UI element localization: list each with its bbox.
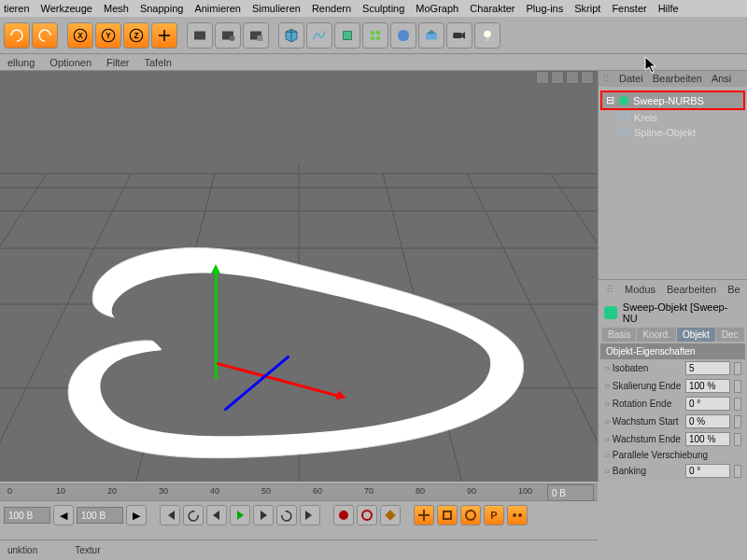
menu-item[interactable]: MoGraph <box>416 3 458 14</box>
panel-tab[interactable]: Bearbeiten <box>653 73 702 85</box>
prop-value-input[interactable]: 5 <box>685 361 730 375</box>
tl-tick: 20 <box>107 486 117 496</box>
expand-icon[interactable]: ⊟ <box>606 94 614 106</box>
next-frame-button[interactable] <box>253 505 274 525</box>
menu-item[interactable]: Hilfe <box>658 3 679 14</box>
spinner-icon[interactable] <box>734 398 741 411</box>
tab-objekt[interactable]: Objekt <box>677 328 715 342</box>
autokey-button[interactable] <box>357 505 377 525</box>
step-fwd-icon[interactable]: ▶ <box>126 505 147 525</box>
prop-label: Rotation Ende <box>604 399 682 409</box>
spline-icon <box>619 127 630 138</box>
attr-menu[interactable]: Modus <box>625 284 655 296</box>
viewport-nav-icon[interactable] <box>536 71 549 84</box>
object-label: Sweep-NURBS <box>633 95 704 106</box>
timeline-end-field[interactable]: 0 B <box>547 484 594 501</box>
tab-deck[interactable]: Dec <box>716 328 744 342</box>
attr-menu[interactable]: Be <box>727 284 740 296</box>
object-label: Kreis <box>634 112 657 123</box>
attr-menu[interactable]: Bearbeiten <box>667 284 716 296</box>
menu-item[interactable]: Rendern <box>312 3 351 14</box>
axis-toggle-button[interactable] <box>151 22 177 49</box>
prop-value-input[interactable]: 0 ° <box>685 464 730 478</box>
record-button[interactable] <box>333 505 354 525</box>
render-settings-button[interactable] <box>243 22 269 49</box>
camera-button[interactable] <box>446 22 472 49</box>
subbar-item[interactable]: Filter <box>106 57 129 68</box>
environment-button[interactable] <box>418 22 444 49</box>
panel-tab[interactable]: Ansi <box>712 73 731 85</box>
menu-item[interactable]: Sculpting <box>362 3 404 14</box>
redo-button[interactable] <box>32 22 58 49</box>
menu-item[interactable]: Plug-ins <box>527 3 564 14</box>
viewport-nav-icon[interactable] <box>581 71 594 84</box>
goto-start-button[interactable] <box>160 505 180 525</box>
prop-value-input[interactable]: 100 % <box>685 379 730 393</box>
timeline-ruler[interactable]: 0 10 20 30 40 50 60 70 80 90 100 0 B <box>0 484 598 501</box>
object-item-spline[interactable]: Spline-Objekt <box>600 125 745 140</box>
frame-current-field[interactable]: 100 B <box>77 507 123 524</box>
axis-y-button[interactable]: Y <box>95 22 121 49</box>
forward-button[interactable] <box>276 505 297 525</box>
prev-frame-button[interactable] <box>206 505 227 525</box>
object-item-kreis[interactable]: Kreis <box>600 110 745 125</box>
subbar-item[interactable]: Optionen <box>49 57 92 68</box>
axis-x-button[interactable]: X <box>67 22 93 49</box>
tl-tick: 100 <box>518 486 532 496</box>
cube-primitive-button[interactable] <box>278 22 304 49</box>
keyframe-options-button[interactable] <box>380 505 401 525</box>
light-button[interactable] <box>474 22 500 49</box>
menu-item[interactable]: Mesh <box>104 3 129 14</box>
tl-tick: 60 <box>313 486 322 496</box>
spinner-icon[interactable] <box>734 433 741 446</box>
param-key-button[interactable]: P <box>484 505 504 525</box>
prop-value-input[interactable]: 100 % <box>685 432 730 446</box>
menu-item[interactable]: Animieren <box>194 3 241 14</box>
spinner-icon[interactable] <box>734 465 741 478</box>
frame-start-field[interactable]: 100 B <box>4 507 50 524</box>
move-key-button[interactable] <box>414 505 434 525</box>
step-back-icon[interactable]: ◀ <box>53 505 74 525</box>
svg-point-37 <box>362 511 372 520</box>
axis-z-button[interactable]: Z <box>123 22 149 49</box>
perspective-viewport[interactable] <box>0 71 598 482</box>
undo-button[interactable] <box>4 22 30 49</box>
spinner-icon[interactable] <box>734 415 741 428</box>
pla-key-button[interactable] <box>507 505 528 525</box>
menu-item[interactable]: Charakter <box>470 3 514 14</box>
array-button[interactable] <box>362 22 388 49</box>
spline-button[interactable] <box>306 22 332 49</box>
svg-line-29 <box>121 174 215 482</box>
scale-key-button[interactable] <box>437 505 458 525</box>
svg-rect-39 <box>444 511 451 519</box>
viewport-nav-icon[interactable] <box>551 71 564 84</box>
spinner-icon[interactable] <box>734 362 741 375</box>
menu-item[interactable]: Werkzeuge <box>41 3 92 14</box>
subbar-item[interactable]: ellung <box>7 57 35 68</box>
menu-item[interactable]: Skript <box>574 3 600 14</box>
rewind-button[interactable] <box>183 505 204 525</box>
menu-item[interactable]: Fenster <box>612 3 646 14</box>
render-view-button[interactable] <box>187 22 213 49</box>
spinner-icon[interactable] <box>734 380 741 393</box>
tab-koord[interactable]: Koord. <box>637 328 675 342</box>
bottom-label[interactable]: unktion <box>7 545 37 555</box>
nurbs-button[interactable] <box>334 22 360 49</box>
rotate-key-button[interactable] <box>460 505 481 525</box>
subbar-item[interactable]: Tafeln <box>144 57 171 68</box>
panel-tab[interactable]: Datei <box>619 73 643 85</box>
viewport-nav-icon[interactable] <box>566 71 579 84</box>
prop-value-input[interactable]: 0 % <box>685 414 730 428</box>
object-item-sweep-nurbs[interactable]: ⊟ Sweep-NURBS <box>600 91 745 110</box>
menu-item[interactable]: Simulieren <box>252 3 301 14</box>
goto-end-button[interactable] <box>300 505 320 525</box>
menu-item[interactable]: tieren <box>4 3 30 14</box>
prop-label: Skalierung Ende <box>604 381 682 391</box>
prop-value-input[interactable]: 0 ° <box>685 397 730 411</box>
menu-item[interactable]: Snapping <box>140 3 184 14</box>
tab-basis[interactable]: Basis <box>602 328 636 342</box>
render-region-button[interactable] <box>215 22 241 49</box>
bottom-label[interactable]: Textur <box>75 545 100 555</box>
play-button[interactable] <box>230 505 250 525</box>
deformer-button[interactable] <box>390 22 416 49</box>
